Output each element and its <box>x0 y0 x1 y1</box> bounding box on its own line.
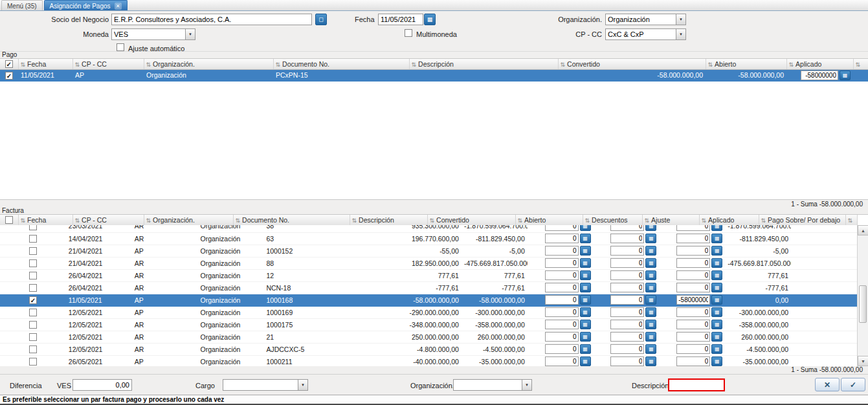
descuentos-input[interactable] <box>545 332 579 342</box>
aplicado-input[interactable] <box>676 344 710 354</box>
column-header-extra[interactable]: ⇅ <box>853 59 868 69</box>
ajuste-input[interactable] <box>610 225 644 231</box>
calculator-button[interactable]: ▦ <box>711 234 722 243</box>
descripcion-input[interactable] <box>668 378 725 391</box>
factura-row[interactable]: ✓ 11/05/2021 AP Organización 1000168 -58… <box>0 294 857 306</box>
column-header-fecha[interactable]: ⇅Fecha <box>18 59 72 69</box>
column-header-cp-cc[interactable]: ⇅CP - CC <box>72 215 144 225</box>
scrollbar-thumb[interactable] <box>859 285 867 323</box>
ajuste-automatico-checkbox[interactable] <box>117 43 124 51</box>
diferencia-input[interactable] <box>72 379 132 391</box>
footer-organizacion-combo-input[interactable] <box>453 379 522 391</box>
calculator-button[interactable]: ▦ <box>580 332 591 342</box>
calendar-button[interactable]: ▦ <box>424 14 436 25</box>
calculator-button[interactable]: ▦ <box>645 225 656 231</box>
calculator-button[interactable]: ▦ <box>711 295 722 305</box>
close-tab-icon[interactable]: ✕ <box>115 3 122 10</box>
calculator-button[interactable]: ▦ <box>711 246 722 256</box>
column-header-aplicado[interactable]: ⇅Aplicado <box>699 215 759 225</box>
descuentos-input[interactable] <box>545 258 579 268</box>
descuentos-input[interactable] <box>545 283 579 292</box>
calculator-button[interactable]: ▦ <box>645 356 656 366</box>
ajuste-input[interactable] <box>610 258 644 268</box>
confirm-button[interactable]: ✓ <box>841 378 865 391</box>
select-all-checkbox[interactable]: ✓ <box>5 60 13 68</box>
calculator-button[interactable]: ▦ <box>580 270 591 280</box>
dropdown-arrow-icon[interactable]: ▼ <box>298 379 308 391</box>
calculator-button[interactable]: ▦ <box>580 246 591 256</box>
row-checkbox[interactable] <box>29 259 37 267</box>
ajuste-input[interactable] <box>610 270 644 280</box>
column-header-aplicado[interactable]: ⇅Aplicado <box>786 59 853 69</box>
factura-row[interactable]: 14/04/2021 AR Organización 63 196.770.60… <box>0 232 857 245</box>
aplicado-input[interactable] <box>676 295 710 305</box>
calculator-button[interactable]: ▦ <box>645 320 656 329</box>
row-checkbox[interactable] <box>29 235 37 243</box>
column-header-documento-no[interactable]: ⇅Documento No. <box>233 215 350 225</box>
tab-menu[interactable]: Menú (35) <box>1 0 43 10</box>
column-header-pago-sobre-por-debajo[interactable]: ⇅Pago Sobre/ Por debajo <box>759 215 845 225</box>
calculator-button[interactable]: ▦ <box>711 344 722 354</box>
dropdown-arrow-icon[interactable]: ▼ <box>522 379 532 391</box>
aplicado-input[interactable] <box>676 356 710 366</box>
ajuste-input[interactable] <box>610 283 644 292</box>
column-header-descripci-n[interactable]: ⇅Descripción <box>409 59 558 69</box>
factura-row[interactable]: 12/05/2021 AP Organización 1000169 -290.… <box>0 306 857 318</box>
calculator-button[interactable]: ▦ <box>645 246 656 256</box>
calculator-button[interactable]: ▦ <box>645 307 656 317</box>
ajuste-input[interactable] <box>610 344 644 354</box>
cargo-combo[interactable]: ▼ <box>223 379 308 391</box>
dropdown-arrow-icon[interactable]: ▼ <box>676 14 686 25</box>
cp-cc-combo[interactable]: ▼ <box>605 28 686 40</box>
column-header-fecha[interactable]: ⇅Fecha <box>18 215 72 225</box>
calculator-button[interactable]: ▦ <box>711 307 722 317</box>
calculator-button[interactable]: ▦ <box>711 270 722 280</box>
aplicado-input[interactable] <box>676 270 710 280</box>
ajuste-input[interactable] <box>610 320 644 329</box>
row-checkbox[interactable] <box>29 225 37 230</box>
column-header-abierto[interactable]: ⇅Abierto <box>706 59 786 69</box>
aplicado-input[interactable] <box>676 307 710 317</box>
row-checkbox[interactable] <box>29 358 37 366</box>
aplicado-input[interactable] <box>676 332 710 342</box>
scroll-up-button[interactable]: ▲ <box>858 225 868 235</box>
calculator-button[interactable]: ▦ <box>840 71 851 80</box>
aplicado-input[interactable] <box>676 320 710 329</box>
aplicado-input[interactable] <box>676 234 710 243</box>
calculator-button[interactable]: ▦ <box>645 332 656 342</box>
calculator-button[interactable]: ▦ <box>711 225 722 231</box>
calculator-button[interactable]: ▦ <box>711 258 722 268</box>
socio-del-negocio-input[interactable] <box>111 14 312 25</box>
organizacion-combo[interactable]: ▼ <box>605 14 686 25</box>
calculator-button[interactable]: ▦ <box>580 283 591 292</box>
row-checkbox[interactable]: ✓ <box>5 72 13 80</box>
descuentos-input[interactable] <box>545 246 579 256</box>
column-header-ajuste[interactable]: ⇅Ajuste <box>642 215 699 225</box>
column-header-organizaci-n[interactable]: ⇅Organización. <box>144 215 233 225</box>
descuentos-input[interactable] <box>545 234 579 243</box>
factura-row[interactable]: 12/05/2021 AR Organización AJDCCXC-5 -4.… <box>0 343 857 355</box>
aplicado-input[interactable] <box>676 246 710 256</box>
row-checkbox[interactable] <box>29 284 37 292</box>
calculator-button[interactable]: ▦ <box>645 283 656 292</box>
factura-row[interactable]: 12/05/2021 AR Organización 21 250.000.00… <box>0 331 857 343</box>
calculator-button[interactable]: ▦ <box>580 258 591 268</box>
business-partner-info-button[interactable]: ◻ <box>315 14 327 25</box>
row-checkbox[interactable] <box>29 333 37 341</box>
tab-asignacion-de-pagos[interactable]: Asignación de Pagos ✕ <box>44 0 128 10</box>
calculator-button[interactable]: ▦ <box>645 258 656 268</box>
moneda-combo-input[interactable] <box>111 28 185 40</box>
descuentos-input[interactable] <box>545 270 579 280</box>
scroll-down-button[interactable]: ▼ <box>858 356 868 366</box>
ajuste-input[interactable] <box>610 246 644 256</box>
factura-row[interactable]: 26/04/2021 AR Organización 12 777,61 777… <box>0 269 857 281</box>
calculator-button[interactable]: ▦ <box>580 307 591 317</box>
calculator-button[interactable]: ▦ <box>580 225 591 231</box>
calculator-button[interactable]: ▦ <box>711 356 722 366</box>
descuentos-input[interactable] <box>545 320 579 329</box>
organizacion-combo-input[interactable] <box>605 14 676 25</box>
column-header-descripci-n[interactable]: ⇅Descripción <box>350 215 427 225</box>
calculator-button[interactable]: ▦ <box>580 295 591 305</box>
aplicado-input[interactable] <box>676 225 710 231</box>
footer-organizacion-combo[interactable]: ▼ <box>453 379 532 391</box>
